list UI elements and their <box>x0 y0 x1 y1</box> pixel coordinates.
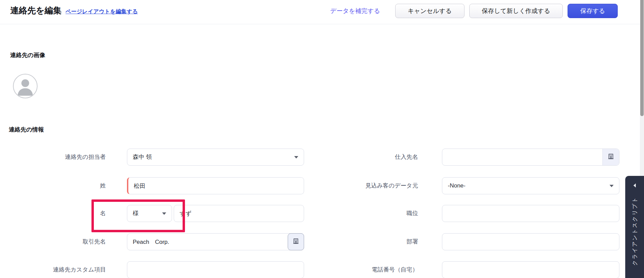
title-field[interactable] <box>442 205 619 222</box>
enrich-data-link[interactable]: データを補完する <box>330 7 380 15</box>
last-name-field[interactable] <box>127 177 304 194</box>
person-icon <box>14 93 37 98</box>
chevron-down-icon <box>610 185 614 187</box>
contact-edit-page: 連絡先を編集 ページレイアウトを編集する データを補完する キャンセルする 保存… <box>0 0 644 278</box>
field-label-title: 職位 <box>333 205 418 222</box>
contact-avatar[interactable] <box>13 74 38 98</box>
cancel-button[interactable]: キャンセルする <box>395 4 464 18</box>
field-label-home-phone: 電話番号（自宅） <box>333 261 418 278</box>
header-bar: 連絡先を編集 ページレイアウトを編集する データを補完する キャンセルする 保存… <box>0 0 644 24</box>
field-label-contact-custom: 連絡先カスタム項目 <box>14 261 106 278</box>
contact-custom-input[interactable] <box>127 262 304 278</box>
form-row: 名 様 職位 <box>0 205 644 222</box>
field-label-lead-source: 見込み客のデータ元 <box>333 177 418 194</box>
first-name-field[interactable] <box>174 205 304 222</box>
scrollbar-thumb[interactable] <box>640 0 644 116</box>
vendor-name-field[interactable] <box>442 149 619 166</box>
account-lookup-button[interactable] <box>288 233 304 250</box>
contact-custom-field[interactable] <box>127 261 304 278</box>
form-row: 取引先名 部署 <box>0 233 644 250</box>
vendor-name-input[interactable] <box>442 149 619 165</box>
field-label-first-name: 名 <box>14 205 106 222</box>
last-name-input[interactable] <box>128 178 304 194</box>
home-phone-field[interactable] <box>442 261 619 278</box>
department-input[interactable] <box>442 234 619 250</box>
field-label-account-name: 取引先名 <box>14 233 106 250</box>
vendor-lookup-button[interactable] <box>602 149 619 165</box>
account-name-field[interactable] <box>127 233 304 250</box>
contact-owner-select[interactable]: 森中 領 <box>127 149 304 166</box>
form-row: 姓 見込み客のデータ元 -None- <box>0 177 644 194</box>
edit-page-layout-link[interactable]: ページレイアウトを編集する <box>66 8 138 15</box>
home-phone-input[interactable] <box>442 262 619 278</box>
client-script-tab-label: クライアントスクリプト <box>631 197 638 266</box>
building-icon <box>607 153 614 161</box>
field-label-last-name: 姓 <box>14 177 106 194</box>
first-name-input[interactable] <box>174 205 304 222</box>
contact-info-heading: 連絡先の情報 <box>9 126 44 134</box>
field-label-vendor-name: 仕入先名 <box>333 149 418 166</box>
page-title: 連絡先を編集 <box>10 5 62 16</box>
form-row: 連絡先カスタム項目 電話番号（自宅） <box>0 261 644 278</box>
salutation-select[interactable]: 様 <box>127 205 172 222</box>
client-script-tab[interactable]: クライアントスクリプト <box>625 176 644 278</box>
title-input[interactable] <box>442 205 619 222</box>
contact-owner-value: 森中 領 <box>127 149 304 165</box>
field-label-department: 部署 <box>333 233 418 250</box>
department-field[interactable] <box>442 233 619 250</box>
header-actions: データを補完する キャンセルする 保存して新しく作成する 保存する <box>330 4 618 18</box>
field-label-contact-owner: 連絡先の担当者 <box>14 149 106 166</box>
contact-image-heading: 連絡先の画像 <box>10 51 45 59</box>
chevron-down-icon <box>162 212 166 215</box>
chevron-down-icon <box>294 156 298 158</box>
collapse-arrow-icon <box>633 183 636 187</box>
account-name-input[interactable] <box>127 234 304 250</box>
form-row: 連絡先の担当者 森中 領 仕入先名 <box>0 149 644 166</box>
building-icon <box>292 238 299 246</box>
save-button[interactable]: 保存する <box>568 4 618 18</box>
lead-source-select[interactable]: -None- <box>442 177 619 194</box>
save-and-new-button[interactable]: 保存して新しく作成する <box>469 4 563 18</box>
lead-source-value: -None- <box>442 178 619 194</box>
